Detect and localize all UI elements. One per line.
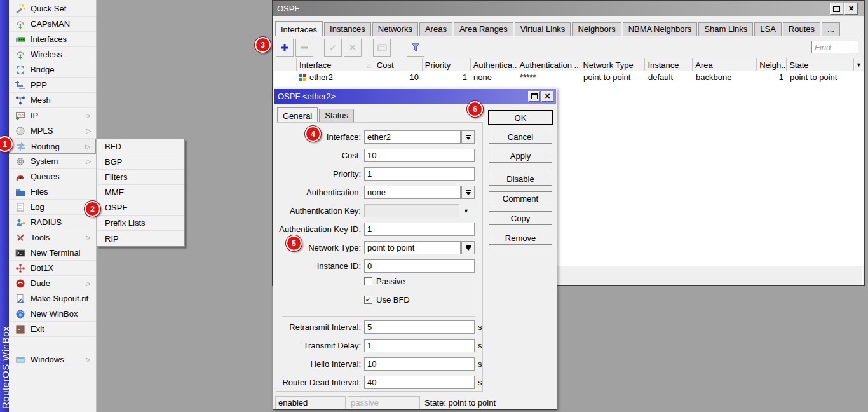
sidebar-item-capsman[interactable]: CAPsMAN xyxy=(9,17,96,32)
table-row-ether2[interactable]: ether2 10 1 none ***** point to point de… xyxy=(274,71,864,83)
close-button[interactable]: × xyxy=(844,3,858,15)
sidebar-item-bridge[interactable]: Bridge xyxy=(9,62,96,78)
sidebar-item-radius[interactable]: RADIUS xyxy=(9,215,96,230)
find-input[interactable] xyxy=(811,41,858,53)
maximize-button[interactable] xyxy=(830,3,843,15)
transmit-delay-input[interactable] xyxy=(364,339,475,352)
add-button[interactable] xyxy=(276,39,294,57)
authentication-dropdown-button[interactable] xyxy=(461,186,475,199)
use-bfd-checkbox[interactable]: ✓ xyxy=(364,296,372,304)
column-priority[interactable]: Priority xyxy=(423,58,471,71)
tab-interfaces[interactable]: Interfaces xyxy=(275,21,323,36)
dialog-title: OSPF <ether2> xyxy=(278,92,336,101)
ok-button[interactable]: OK xyxy=(489,111,552,125)
interface-input[interactable] xyxy=(364,130,461,144)
sidebar-item-queues[interactable]: Queues xyxy=(9,169,96,184)
submenu-item-rip[interactable]: RIP xyxy=(97,231,184,246)
sidebar-item-log[interactable]: Log xyxy=(9,200,96,215)
disable-button[interactable]: Disable xyxy=(489,172,552,186)
exit-icon xyxy=(15,324,25,334)
sidebar-item-ip[interactable]: 255 IP ▷ xyxy=(9,108,96,123)
sidebar-item-dude[interactable]: Dude ▷ xyxy=(9,276,96,291)
sidebar-item-files[interactable]: Files xyxy=(9,184,96,200)
column-menu-button[interactable]: ▼ xyxy=(854,58,864,71)
column-area[interactable]: Area xyxy=(693,58,757,71)
column-interface[interactable]: Interface△ xyxy=(297,58,374,71)
disable-button[interactable]: × xyxy=(344,39,362,57)
remove-button[interactable]: Remove xyxy=(489,231,552,245)
sidebar-item-interfaces[interactable]: Interfaces xyxy=(9,32,96,47)
submenu-item-ospf[interactable]: OSPF xyxy=(97,200,184,216)
submenu-item-mme[interactable]: MME xyxy=(97,185,184,200)
sidebar-item-routing[interactable]: Routing ▷ xyxy=(9,139,96,154)
network-type-dropdown-button[interactable] xyxy=(461,241,475,254)
tab-virtual-links[interactable]: Virtual Links xyxy=(515,22,571,36)
tab-general[interactable]: General xyxy=(277,107,318,123)
sidebar-item-label: MPLS xyxy=(31,126,53,135)
sidebar-item-dot1x[interactable]: Dot1X xyxy=(9,261,96,276)
network-type-input[interactable] xyxy=(364,241,461,254)
dialog-close-button[interactable]: × xyxy=(541,91,553,102)
sidebar-item-mpls[interactable]: MPLS ▷ xyxy=(9,123,96,139)
sidebar-item-system[interactable]: System ▷ xyxy=(9,154,96,169)
authentication-key-id-input[interactable] xyxy=(364,223,475,236)
retransmit-interval-input[interactable] xyxy=(364,320,475,334)
tab-instances[interactable]: Instances xyxy=(324,22,371,36)
sidebar-item-windows[interactable]: Windows ▷ xyxy=(9,352,96,367)
submenu-item-bfd[interactable]: BFD xyxy=(97,139,184,154)
ospf-toolbar: ✓ × xyxy=(274,37,863,58)
sidebar-item-make-supout[interactable]: Make Supout.rif xyxy=(9,291,96,306)
sidebar-item-quick-set[interactable]: Quick Set xyxy=(9,1,96,17)
cancel-button[interactable]: Cancel xyxy=(489,130,552,144)
tab-neighbors[interactable]: Neighbors xyxy=(572,22,621,36)
apply-button[interactable]: Apply xyxy=(489,149,552,163)
column-instance[interactable]: Instance xyxy=(645,58,693,71)
column-authentication[interactable]: Authentica... xyxy=(471,58,517,71)
tab-networks[interactable]: Networks xyxy=(372,22,418,36)
tab-more[interactable]: ... xyxy=(822,22,840,36)
tab-status[interactable]: Status xyxy=(319,109,354,122)
column-neighbors[interactable]: Neigh... xyxy=(757,58,787,71)
column-state[interactable]: State xyxy=(787,58,854,71)
instance-id-input[interactable] xyxy=(364,259,475,273)
column-cost[interactable]: Cost xyxy=(374,58,423,71)
submenu-item-bgp[interactable]: BGP xyxy=(97,154,184,170)
dialog-titlebar[interactable]: OSPF <ether2> × xyxy=(274,89,556,104)
tab-area-ranges[interactable]: Area Ranges xyxy=(454,22,513,36)
hello-interval-input[interactable] xyxy=(364,357,475,371)
check-icon: ✓ xyxy=(329,42,337,53)
enable-button[interactable]: ✓ xyxy=(324,39,342,57)
remove-button[interactable] xyxy=(295,39,313,57)
router-dead-interval-input[interactable] xyxy=(364,376,475,389)
sidebar-item-wireless[interactable]: Wireless xyxy=(9,47,96,62)
column-network-type[interactable]: Network Type xyxy=(580,58,645,71)
priority-input[interactable] xyxy=(364,167,475,181)
submenu-item-prefix-lists[interactable]: Prefix Lists xyxy=(97,216,184,231)
sidebar-item-new-winbox[interactable]: New WinBox xyxy=(9,306,96,322)
copy-button[interactable]: Copy xyxy=(489,211,552,225)
sidebar-item-tools[interactable]: Tools ▷ xyxy=(9,230,96,245)
sidebar-item-new-terminal[interactable]: New Terminal xyxy=(9,245,96,261)
ospf-window-titlebar[interactable]: OSPF × xyxy=(273,1,864,16)
tab-nbma-neighbors[interactable]: NBMA Neighbors xyxy=(623,22,698,36)
tab-areas[interactable]: Areas xyxy=(419,22,452,36)
comment-button[interactable]: Comment xyxy=(489,191,552,205)
sidebar-item-exit[interactable]: Exit xyxy=(9,322,96,337)
sidebar-item-ppp[interactable]: PPP xyxy=(9,78,96,93)
dropdown-arrow-icon[interactable]: ▼ xyxy=(463,208,469,214)
submenu-item-filters[interactable]: Filters xyxy=(97,170,184,185)
comment-button[interactable] xyxy=(373,39,391,57)
passive-checkbox[interactable] xyxy=(364,277,372,285)
column-flags[interactable] xyxy=(274,58,297,71)
dialog-maximize-button[interactable] xyxy=(528,91,540,102)
column-authentication-key[interactable]: Authentication ... xyxy=(517,58,581,71)
retransmit-interval-label: Retransmit Interval: xyxy=(275,320,361,334)
filter-button[interactable] xyxy=(407,39,424,57)
tab-lsa[interactable]: LSA xyxy=(754,22,782,36)
authentication-input[interactable] xyxy=(364,186,461,199)
tab-sham-links[interactable]: Sham Links xyxy=(698,22,753,36)
cost-input[interactable] xyxy=(364,149,475,162)
tab-routes[interactable]: Routes xyxy=(783,22,820,36)
interface-dropdown-button[interactable] xyxy=(461,130,475,144)
sidebar-item-mesh[interactable]: Mesh xyxy=(9,93,96,108)
